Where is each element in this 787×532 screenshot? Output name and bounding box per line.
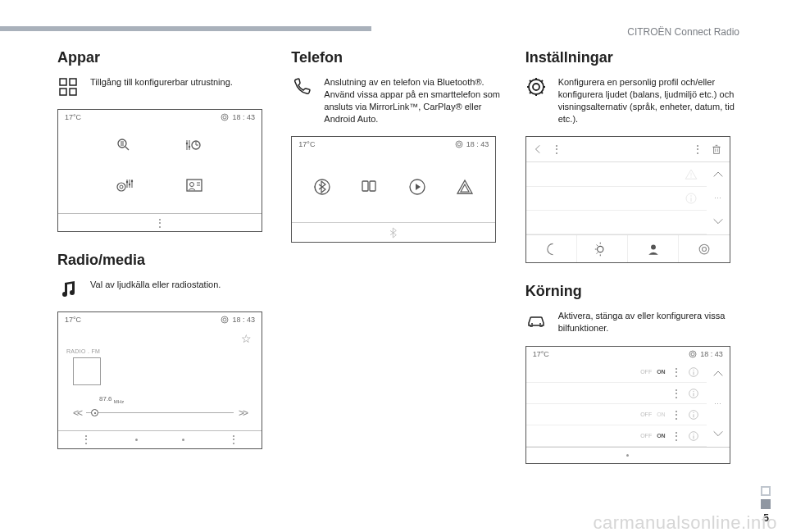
settings-row-info[interactable] (526, 187, 707, 211)
dot-icon (182, 439, 184, 441)
toggle-off-label: OFF (640, 433, 652, 439)
page-marker-outline (761, 486, 771, 496)
phone-carplay-icon[interactable] (407, 177, 427, 197)
phone-mirrorlink-icon[interactable] (360, 177, 380, 197)
scroll-up-icon[interactable] (712, 169, 725, 182)
music-icon (57, 279, 79, 300)
radio-panel: 17°C 18 : 43 ☆ RADIO . FM 87.6 MHz << >> (57, 311, 262, 449)
status-settings-icon[interactable] (221, 316, 229, 324)
trash-icon[interactable] (710, 142, 723, 157)
driving-title: Körning (525, 283, 738, 300)
phone-androidauto-icon[interactable] (455, 177, 475, 197)
phone-panel: 17°C 18 : 43 (291, 136, 496, 243)
status-temp: 17°C (298, 140, 315, 148)
ellipsis-icon: ⋯ (714, 194, 721, 202)
settings-title: Inställningar (525, 49, 738, 66)
settings-tab-system[interactable] (679, 235, 729, 262)
info-icon (687, 408, 700, 421)
section-radio: Radio/media Val av ljudkälla eller radio… (57, 252, 270, 449)
tuning-slider[interactable] (86, 412, 234, 413)
radio-frequency: 87.6 MHz (99, 395, 255, 404)
apps-tile-clock[interactable] (184, 136, 205, 157)
seek-prev-icon[interactable]: << (73, 407, 81, 419)
apps-tile-search[interactable] (115, 136, 136, 157)
driving-panel: 17°C 18 : 43 OFF ON ⋮ (525, 346, 730, 464)
gear-icon (525, 76, 547, 98)
info-icon (687, 366, 700, 379)
scroll-up-icon[interactable] (712, 368, 725, 381)
ellipsis-icon: ⋯ (714, 400, 721, 408)
favorite-icon[interactable]: ☆ (241, 332, 252, 345)
apps-icon (57, 76, 79, 98)
driving-row[interactable]: OFF ON ⋮ (526, 404, 707, 425)
phone-desc: Anslutning av en telefon via Bluetooth®.… (324, 76, 503, 125)
radio-album-art (73, 357, 101, 385)
scroll-down-icon[interactable] (712, 427, 725, 440)
status-time: 18 : 43 (466, 140, 489, 148)
car-icon (525, 310, 547, 331)
status-time: 18 : 43 (232, 113, 255, 121)
section-driving: Körning Aktivera, stänga av eller konfig… (525, 283, 738, 464)
status-time: 18 : 43 (700, 350, 723, 358)
status-temp: 17°C (65, 113, 81, 121)
toggle-on-label: ON (657, 369, 666, 375)
driving-row[interactable]: OFF ON ⋮ (526, 425, 707, 447)
watermark: carmanualsonline.info (593, 512, 777, 532)
dot-icon (626, 454, 629, 457)
settings-tab-daynight[interactable] (577, 235, 628, 262)
status-time: 18 : 43 (232, 316, 255, 324)
info-icon (687, 387, 700, 400)
header-rule (0, 26, 371, 31)
toggle-on-label: ON (657, 433, 666, 439)
section-settings: Inställningar Konfigurera en personlig p… (525, 49, 738, 263)
phone-title: Telefon (291, 49, 503, 66)
dot-icon (135, 439, 138, 441)
status-settings-icon[interactable] (221, 113, 229, 121)
radio-title: Radio/media (57, 252, 270, 269)
phone-bluetooth-icon[interactable] (312, 177, 332, 197)
section-apps: Appar Tillgång till konfigurerbar utrust… (57, 49, 270, 232)
apps-tile-audio-settings[interactable] (115, 175, 136, 197)
status-temp: 17°C (533, 350, 549, 358)
seek-next-icon[interactable]: >> (239, 407, 247, 419)
settings-desc: Konfigurera en personlig profil och/elle… (558, 76, 738, 125)
phone-icon (291, 76, 312, 98)
settings-tab-profile[interactable] (628, 235, 679, 262)
back-icon[interactable] (533, 142, 544, 157)
info-icon (687, 430, 700, 443)
radio-desc: Val av ljudkälla eller radiostation. (90, 279, 221, 291)
toggle-on-label: ON (657, 412, 666, 417)
driving-desc: Aktivera, stänga av eller konfigurera vi… (558, 310, 738, 334)
driving-row[interactable]: OFF ON ⋮ (526, 361, 707, 383)
status-settings-icon[interactable] (689, 350, 697, 358)
settings-row-warning[interactable] (526, 162, 707, 186)
apps-tile-contact[interactable] (184, 175, 205, 197)
page-marker-solid (761, 499, 771, 509)
settings-panel: ⋮ ⋮ ⋯ (525, 136, 730, 263)
scroll-down-icon[interactable] (712, 215, 725, 228)
bluetooth-icon[interactable] (387, 225, 400, 241)
apps-title: Appar (57, 49, 270, 66)
section-phone: Telefon Anslutning av en telefon via Blu… (291, 49, 503, 243)
toggle-off-label: OFF (640, 412, 652, 417)
status-settings-icon[interactable] (455, 140, 463, 148)
settings-row-blank[interactable] (526, 211, 707, 234)
product-name: CITROËN Connect Radio (627, 26, 739, 38)
toggle-off-label: OFF (640, 369, 652, 375)
settings-tab-night[interactable] (526, 235, 577, 262)
radio-source-label: RADIO . FM (66, 348, 255, 354)
apps-desc: Tillgång till konfigurerbar utrustning. (90, 76, 233, 89)
status-temp: 17°C (65, 316, 81, 324)
driving-row[interactable]: ⋮ (526, 383, 707, 404)
apps-panel: 17°C 18 : 43 ⋮ (57, 109, 262, 232)
